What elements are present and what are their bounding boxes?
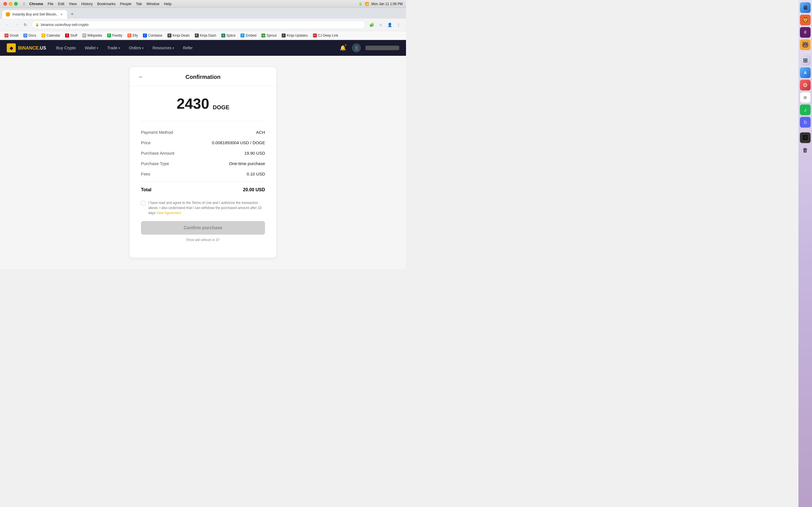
bookmark-sprout[interactable]: Sp Sprout — [259, 33, 278, 39]
view-agreement-link[interactable]: View Agreement — [156, 211, 181, 215]
bookmark-calendar[interactable]: C Calendar — [39, 33, 63, 39]
docs-icon: D — [23, 34, 28, 38]
nav-buy-crypto[interactable]: Buy Crypto — [55, 43, 77, 52]
kinja-updates-icon: K — [282, 34, 286, 38]
bookmark-embed[interactable]: E Embed — [238, 33, 259, 39]
bookmark-coinbase[interactable]: C Coinbase — [141, 33, 165, 39]
cj-icon: CJ — [313, 34, 317, 38]
embed-label: Embed — [246, 34, 256, 38]
bookmark-elly[interactable]: E Elly — [125, 33, 140, 39]
terms-checkbox[interactable] — [141, 201, 146, 205]
help-menu[interactable]: Help — [164, 2, 171, 6]
tab-favicon — [6, 12, 10, 17]
trade-chevron: ▾ — [118, 47, 120, 50]
profile-icon[interactable]: 👤 — [386, 21, 394, 29]
purchase-amount-row: Purchase Amount 19.90 USD — [141, 148, 265, 158]
maximize-button[interactable] — [14, 2, 18, 6]
history-menu[interactable]: History — [81, 2, 93, 6]
amount-number: 2430 — [176, 96, 209, 112]
mac-titlebar-left:  Chrome File Edit View History Bookmark… — [3, 2, 171, 6]
purchase-type-value: One-time purchase — [229, 161, 265, 166]
payment-method-row: Payment Method ACH — [141, 127, 265, 137]
url-text: binance.us/en/buy-sell-crypto — [41, 22, 362, 27]
edit-menu[interactable]: Edit — [58, 2, 64, 6]
bookmark-gmail[interactable]: G Gmail — [2, 33, 20, 39]
battery-icon: 🔋 — [358, 2, 363, 6]
price-value: 0.0081893004 USD / DOGE — [212, 140, 265, 145]
binance-logo[interactable]: ◆ BINANCE.US — [7, 43, 46, 52]
details-section: Payment Method ACH Price 0.0081893004 US… — [141, 121, 265, 196]
bookmark-kinja-updates[interactable]: K Kinja Updates — [280, 33, 310, 39]
page-content: ← Confirmation 2430 DOGE Payment Method … — [0, 56, 406, 269]
bookmark-docs[interactable]: D Docs — [21, 33, 38, 39]
amount-currency: DOGE — [213, 104, 230, 110]
refresh-button[interactable]: ↻ — [21, 21, 29, 29]
binance-logo-icon: ◆ — [7, 43, 16, 52]
nav-orders[interactable]: Orders ▾ — [128, 43, 145, 52]
notifications-bell[interactable]: 🔔 — [338, 43, 347, 52]
orders-chevron: ▾ — [142, 47, 144, 50]
people-menu[interactable]: People — [120, 2, 132, 6]
kinja-dash-icon: K — [195, 34, 199, 38]
window-menu[interactable]: Window — [146, 2, 159, 6]
tab-close-button[interactable]: ✕ — [59, 12, 64, 17]
close-button[interactable] — [3, 2, 7, 6]
binance-nav-links: Buy Crypto Wallet ▾ Trade ▾ Orders ▾ Res… — [55, 43, 194, 52]
mac-titlebar:  Chrome File Edit View History Bookmark… — [0, 0, 406, 8]
apple-menu[interactable]:  — [23, 2, 25, 6]
total-divider — [141, 181, 265, 182]
coinbase-icon: C — [143, 34, 147, 38]
notification-badge — [345, 44, 347, 46]
extensions-icon[interactable]: 🧩 — [368, 21, 375, 29]
ssl-lock-icon: 🔒 — [35, 23, 39, 26]
terms-section: I have read and agree to the Terms of Us… — [141, 200, 265, 216]
nav-resources[interactable]: Resources ▾ — [151, 43, 175, 52]
binance-navbar: ◆ BINANCE.US Buy Crypto Wallet ▾ Trade ▾… — [0, 40, 406, 56]
bookmark-cj-deep-link[interactable]: CJ CJ Deep Link — [311, 33, 341, 39]
bookmark-feedly[interactable]: F Feedly — [105, 33, 124, 39]
resources-chevron: ▾ — [172, 47, 174, 50]
address-bar[interactable]: 🔒 binance.us/en/buy-sell-crypto — [32, 20, 365, 29]
back-button[interactable]: ← — [3, 21, 11, 29]
active-tab[interactable]: Instantly Buy and Sell Bitcoin, ✕ — [2, 10, 67, 18]
forward-button[interactable]: → — [12, 21, 20, 29]
tab-menu[interactable]: Tab — [136, 2, 142, 6]
bookmark-wikipedia[interactable]: W Wikipedia — [80, 33, 104, 39]
file-menu[interactable]: File — [48, 2, 54, 6]
view-menu[interactable]: View — [69, 2, 77, 6]
page-title: Confirmation — [186, 74, 220, 80]
nav-wallet[interactable]: Wallet ▾ — [84, 43, 99, 52]
bookmark-splice[interactable]: S Splice — [219, 33, 238, 39]
amount-display: 2430 DOGE — [141, 95, 265, 112]
minimize-button[interactable] — [9, 2, 12, 6]
gmail-icon: G — [4, 34, 8, 38]
splice-icon: S — [221, 34, 225, 38]
embed-icon: E — [241, 34, 245, 38]
payment-method-value: ACH — [256, 130, 265, 135]
window-controls[interactable] — [3, 2, 18, 6]
browser-addressbar: ← → ↻ 🔒 binance.us/en/buy-sell-crypto 🧩 … — [0, 18, 406, 31]
purchase-amount-label: Purchase Amount — [141, 151, 174, 156]
user-avatar[interactable]: 👤 — [352, 43, 361, 52]
chrome-menu[interactable]: Chrome — [29, 2, 43, 6]
back-arrow-button[interactable]: ← — [137, 73, 146, 82]
bookmark-kinja-dash[interactable]: K Kinja Dash — [193, 33, 218, 39]
addressbar-icons: 🧩 ☆ 👤 ⋮ — [368, 21, 403, 29]
confirm-purchase-button[interactable]: Confirm purchase — [141, 221, 265, 235]
total-value: 20.00 USD — [243, 187, 265, 192]
wallet-chevron: ▾ — [97, 47, 98, 50]
new-tab-button[interactable]: + — [68, 10, 76, 18]
bookmark-star-icon[interactable]: ☆ — [377, 21, 385, 29]
nav-trade[interactable]: Trade ▾ — [106, 43, 121, 52]
bookmarks-menu[interactable]: Bookmarks — [97, 2, 116, 6]
tab-title: Instantly Buy and Sell Bitcoin, — [12, 12, 57, 16]
fees-label: Fees — [141, 172, 150, 176]
purchase-amount-value: 19.90 USD — [245, 151, 265, 156]
more-options-icon[interactable]: ⋮ — [395, 21, 403, 29]
bookmark-kinja-deals[interactable]: K Kinja Deals — [165, 33, 192, 39]
fees-value: 0.10 USD — [247, 172, 265, 176]
bookmark-stuff[interactable]: S Stuff — [63, 33, 79, 39]
purchase-type-row: Purchase Type One-time purchase — [141, 158, 265, 169]
nav-refer[interactable]: Refer — [182, 43, 194, 52]
system-icons: 🔋 📶 Mon Jan 11 1:06 PM — [358, 2, 403, 6]
